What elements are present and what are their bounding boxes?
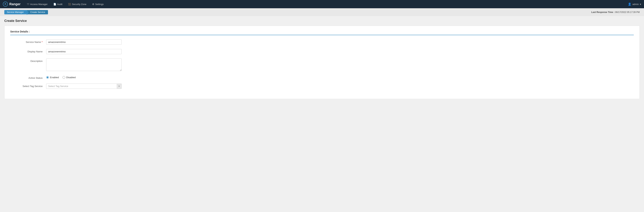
nav-audit-label: Audit <box>57 3 62 5</box>
nav-security-zone[interactable]: ⬛ Security Zone <box>66 2 88 7</box>
description-label: Description <box>10 58 46 62</box>
section-title: Service Details : <box>10 30 634 35</box>
service-name-label: Service Name * <box>10 39 46 43</box>
service-name-group: Service Name * <box>10 39 172 45</box>
enabled-radio-label[interactable]: Enabled <box>46 76 59 79</box>
breadcrumb: Service Manager Create Service <box>4 10 48 14</box>
nav-access-manager-label: Access Manager <box>30 3 48 5</box>
user-name: admin <box>632 3 639 5</box>
select-tag-service-dropdown[interactable]: Select Tag Service <box>46 84 122 89</box>
audit-icon: 📄 <box>53 3 56 5</box>
settings-icon: ⚙ <box>92 3 94 5</box>
select-tag-service-label: Select Tag Service <box>10 84 46 88</box>
display-name-label: Display Name <box>10 49 46 53</box>
user-menu[interactable]: 👤 admin ▾ <box>628 2 641 6</box>
service-name-input[interactable] <box>46 39 122 45</box>
user-icon: 👤 <box>628 2 632 6</box>
nav-settings-label: Settings <box>95 3 104 5</box>
breadcrumb-create-service[interactable]: Create Service <box>27 10 48 14</box>
nav-settings[interactable]: ⚙ Settings <box>90 2 106 7</box>
nav-audit[interactable]: 📄 Audit <box>51 2 65 7</box>
security-zone-icon: ⬛ <box>68 3 71 5</box>
enabled-label: Enabled <box>50 76 59 79</box>
active-status-group: Active Status Enabled Disabled <box>10 75 172 79</box>
description-group: Description <box>10 58 172 71</box>
description-input[interactable] <box>46 58 122 71</box>
ranger-icon: R <box>3 1 8 7</box>
enabled-radio[interactable] <box>46 76 49 79</box>
display-name-input[interactable] <box>46 49 122 54</box>
breadcrumb-service-manager[interactable]: Service Manager <box>4 10 27 14</box>
nav-security-zone-label: Security Zone <box>72 3 86 5</box>
required-asterisk: * <box>42 41 42 43</box>
select-tag-service-group: Select Tag Service Select Tag Service ▾ <box>10 84 172 89</box>
last-response-value: 06/17/2022 05:17:39 PM <box>615 11 640 13</box>
last-response-label: Last Response Time : <box>591 11 614 13</box>
brand-logo[interactable]: R Ranger <box>3 1 20 7</box>
active-status-label: Active Status <box>10 75 46 79</box>
create-service-card: Service Details : Service Name * Display… <box>4 26 640 99</box>
breadcrumb-bar: Service Manager Create Service Last Resp… <box>0 8 644 16</box>
last-response-time: Last Response Time : 06/17/2022 05:17:39… <box>591 11 640 13</box>
nav-access-manager[interactable]: 🛡 Access Manager <box>25 2 50 7</box>
breadcrumb-service-manager-label: Service Manager <box>7 11 24 13</box>
brand-name: Ranger <box>9 2 20 6</box>
disabled-label: Disabled <box>66 76 76 79</box>
breadcrumb-create-service-label: Create Service <box>30 11 45 13</box>
page-title: Create Service <box>4 19 640 23</box>
display-name-group: Display Name <box>10 49 172 54</box>
page-content: Create Service Service Details : Service… <box>0 16 644 102</box>
disabled-radio[interactable] <box>62 76 65 79</box>
nav-items: 🛡 Access Manager 📄 Audit ⬛ Security Zone… <box>25 2 624 7</box>
select-tag-service-wrapper: Select Tag Service ▾ <box>46 84 122 89</box>
shield-icon: 🛡 <box>27 3 29 5</box>
disabled-radio-label[interactable]: Disabled <box>62 76 76 79</box>
chevron-down-icon: ▾ <box>640 3 641 5</box>
navbar: R Ranger 🛡 Access Manager 📄 Audit ⬛ Secu… <box>0 0 644 8</box>
active-status-radio-group: Enabled Disabled <box>46 75 76 79</box>
